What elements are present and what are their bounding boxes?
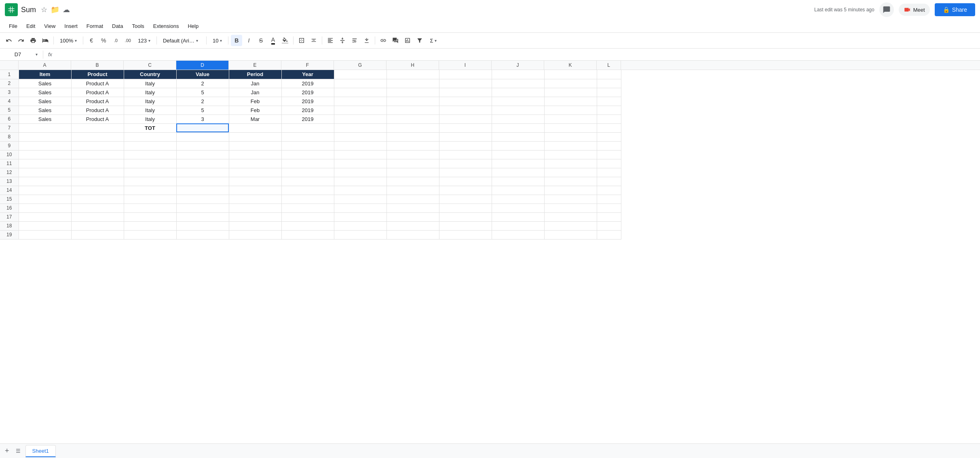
cell-2f[interactable]: 2019 bbox=[281, 79, 334, 88]
cell-3e[interactable]: Jan bbox=[229, 88, 281, 97]
text-wrap-button[interactable] bbox=[349, 35, 360, 46]
cell-2e[interactable]: Jan bbox=[229, 79, 281, 88]
cell-6f[interactable]: 2019 bbox=[281, 114, 334, 123]
cell-4k[interactable] bbox=[544, 97, 597, 106]
menu-format[interactable]: Format bbox=[82, 21, 107, 31]
cell-6a[interactable]: Sales bbox=[19, 114, 71, 123]
cell-5b[interactable]: Product A bbox=[71, 106, 124, 114]
row-num-1[interactable]: 1 bbox=[0, 70, 19, 79]
cloud-icon[interactable]: ☁ bbox=[63, 5, 70, 14]
row-num-2[interactable]: 2 bbox=[0, 79, 19, 88]
menu-file[interactable]: File bbox=[5, 21, 21, 31]
cell-3k[interactable] bbox=[544, 88, 597, 97]
menu-sheets-button[interactable]: ☰ bbox=[13, 446, 24, 456]
format-number-dropdown[interactable]: 123 ▾ bbox=[134, 36, 154, 45]
cell-6h[interactable] bbox=[387, 114, 439, 123]
cell-5k[interactable] bbox=[544, 106, 597, 114]
doc-title[interactable]: Sum bbox=[21, 6, 36, 14]
cell-2l[interactable] bbox=[597, 79, 621, 88]
row-num-7[interactable]: 7 bbox=[0, 123, 19, 132]
menu-insert[interactable]: Insert bbox=[60, 21, 82, 31]
cell-3a[interactable]: Sales bbox=[19, 88, 71, 97]
col-header-c[interactable]: C bbox=[124, 61, 176, 70]
cell-2k[interactable] bbox=[544, 79, 597, 88]
menu-edit[interactable]: Edit bbox=[22, 21, 39, 31]
cell-5g[interactable] bbox=[334, 106, 387, 114]
header-year[interactable]: Year bbox=[281, 70, 334, 79]
redo-button[interactable] bbox=[15, 35, 27, 46]
print-button[interactable] bbox=[27, 35, 39, 46]
cell-4g[interactable] bbox=[334, 97, 387, 106]
link-button[interactable] bbox=[378, 35, 389, 46]
cell-ref-dropdown[interactable]: ▾ bbox=[36, 52, 40, 57]
functions-dropdown[interactable]: Σ ▾ bbox=[426, 36, 440, 45]
strikethrough-button[interactable]: S bbox=[255, 35, 266, 46]
header-period[interactable]: Period bbox=[229, 70, 281, 79]
formula-input[interactable] bbox=[57, 51, 977, 57]
cell-6g[interactable] bbox=[334, 114, 387, 123]
col-header-e[interactable]: E bbox=[229, 61, 281, 70]
cell-7l[interactable] bbox=[597, 123, 621, 132]
meet-button[interactable]: Meet bbox=[899, 4, 930, 16]
cell-2d[interactable]: 2 bbox=[176, 79, 229, 88]
col-header-f[interactable]: F bbox=[281, 61, 334, 70]
header-country[interactable]: Country bbox=[124, 70, 176, 79]
sheet-tab-sheet1[interactable]: Sheet1 bbox=[25, 445, 56, 457]
fill-color-button[interactable] bbox=[279, 35, 291, 46]
menu-tools[interactable]: Tools bbox=[128, 21, 148, 31]
cell-2b[interactable]: Product A bbox=[71, 79, 124, 88]
cell-3c[interactable]: Italy bbox=[124, 88, 176, 97]
cell-5j[interactable] bbox=[492, 106, 544, 114]
menu-help[interactable]: Help bbox=[184, 21, 203, 31]
filter-button[interactable] bbox=[414, 35, 425, 46]
cell-2j[interactable] bbox=[492, 79, 544, 88]
borders-button[interactable] bbox=[296, 35, 307, 46]
cell-7g[interactable] bbox=[334, 123, 387, 132]
cell-7c-tot[interactable]: TOT bbox=[124, 123, 176, 132]
cell-3f[interactable]: 2019 bbox=[281, 88, 334, 97]
cell-6l[interactable] bbox=[597, 114, 621, 123]
comment-add-button[interactable] bbox=[390, 35, 401, 46]
cell-4a[interactable]: Sales bbox=[19, 97, 71, 106]
col-header-k[interactable]: K bbox=[544, 61, 597, 70]
header-product[interactable]: Product bbox=[71, 70, 124, 79]
font-family-dropdown[interactable]: Default (Ari… ▾ bbox=[159, 36, 204, 45]
cell-4f[interactable]: 2019 bbox=[281, 97, 334, 106]
cell-7h[interactable] bbox=[387, 123, 439, 132]
cell-5i[interactable] bbox=[439, 106, 492, 114]
menu-extensions[interactable]: Extensions bbox=[149, 21, 183, 31]
cell-4l[interactable] bbox=[597, 97, 621, 106]
paintformat-button[interactable] bbox=[40, 35, 51, 46]
share-button[interactable]: 🔒 Share bbox=[935, 3, 975, 16]
col-header-j[interactable]: J bbox=[492, 61, 544, 70]
cell-4e[interactable]: Feb bbox=[229, 97, 281, 106]
cell-7d-selected[interactable] bbox=[176, 123, 229, 132]
cell-4i[interactable] bbox=[439, 97, 492, 106]
cell-6i[interactable] bbox=[439, 114, 492, 123]
cell-5c[interactable]: Italy bbox=[124, 106, 176, 114]
cell-4d[interactable]: 2 bbox=[176, 97, 229, 106]
cell-reference-input[interactable]: D7 bbox=[3, 51, 32, 57]
row-num-4[interactable]: 4 bbox=[0, 97, 19, 106]
cell-1j[interactable] bbox=[492, 70, 544, 79]
undo-button[interactable] bbox=[3, 35, 15, 46]
col-header-a[interactable]: A bbox=[19, 61, 71, 70]
italic-button[interactable]: I bbox=[243, 35, 254, 46]
cell-5a[interactable]: Sales bbox=[19, 106, 71, 114]
cell-6k[interactable] bbox=[544, 114, 597, 123]
cell-1i[interactable] bbox=[439, 70, 492, 79]
header-item[interactable]: Item bbox=[19, 70, 71, 79]
cell-3j[interactable] bbox=[492, 88, 544, 97]
cell-2g[interactable] bbox=[334, 79, 387, 88]
col-header-g[interactable]: G bbox=[334, 61, 387, 70]
cell-6d[interactable]: 3 bbox=[176, 114, 229, 123]
cell-5f[interactable]: 2019 bbox=[281, 106, 334, 114]
star-icon[interactable]: ☆ bbox=[41, 5, 47, 14]
text-rotate-button[interactable] bbox=[361, 35, 372, 46]
cell-2c[interactable]: Italy bbox=[124, 79, 176, 88]
cell-4c[interactable]: Italy bbox=[124, 97, 176, 106]
cell-4b[interactable]: Product A bbox=[71, 97, 124, 106]
header-value[interactable]: Value bbox=[176, 70, 229, 79]
align-h-button[interactable] bbox=[325, 35, 336, 46]
cell-7i[interactable] bbox=[439, 123, 492, 132]
